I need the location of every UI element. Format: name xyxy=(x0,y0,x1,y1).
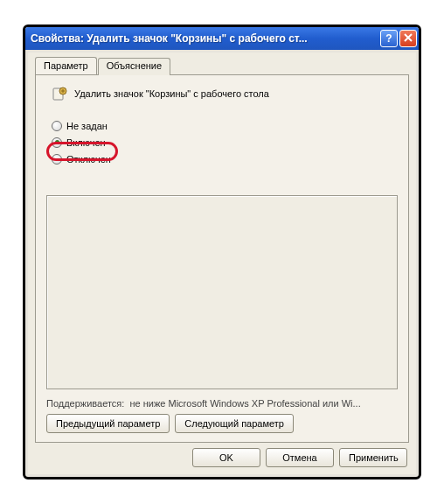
ok-button[interactable]: OK xyxy=(192,448,260,467)
radio-disabled[interactable]: Отключен xyxy=(52,150,408,167)
radio-label: Не задан xyxy=(66,121,108,131)
window-title: Свойства: Удалить значок "Корзины" с раб… xyxy=(31,32,378,45)
tab-parameter[interactable]: Параметр xyxy=(35,57,97,74)
dialog-body: Параметр Объяснение Удалить значок "Корз… xyxy=(28,52,416,474)
supported-line: Поддерживается: не ниже Microsoft Window… xyxy=(46,398,398,409)
tab-strip: Параметр Объяснение xyxy=(35,58,171,75)
supported-value: не ниже Microsoft Windows XP Professiona… xyxy=(130,398,361,409)
radio-label: Отключен xyxy=(66,154,111,164)
cancel-button[interactable]: Отмена xyxy=(266,448,334,467)
tab-explanation[interactable]: Объяснение xyxy=(98,58,170,75)
radio-label: Включен xyxy=(66,137,106,148)
policy-name: Удалить значок "Корзины" с рабочего стол… xyxy=(74,88,269,99)
tab-panel: Удалить значок "Корзины" с рабочего стол… xyxy=(35,74,409,443)
nav-buttons: Предыдущий параметр Следующий параметр xyxy=(46,414,294,433)
policy-header: Удалить значок "Корзины" с рабочего стол… xyxy=(52,86,408,102)
close-button[interactable] xyxy=(399,30,417,47)
help-button[interactable]: ? xyxy=(380,30,398,47)
close-icon xyxy=(404,32,413,45)
dialog-window: Свойства: Удалить значок "Корзины" с раб… xyxy=(23,24,421,480)
radio-icon xyxy=(52,121,62,131)
radio-enabled[interactable]: Включен xyxy=(52,134,408,150)
policy-icon xyxy=(52,86,67,102)
question-icon: ? xyxy=(385,32,392,45)
next-setting-button[interactable]: Следующий параметр xyxy=(175,414,294,433)
apply-button[interactable]: Применить xyxy=(339,448,407,467)
supported-label: Поддерживается: xyxy=(46,398,124,409)
radio-icon xyxy=(52,137,62,148)
dialog-buttons: OK Отмена Применить xyxy=(192,448,407,467)
radio-icon xyxy=(52,154,62,164)
prev-setting-button[interactable]: Предыдущий параметр xyxy=(46,414,170,433)
details-box xyxy=(46,195,398,389)
radio-group: Не задан Включен Отключен xyxy=(52,117,408,167)
titlebar[interactable]: Свойства: Удалить значок "Корзины" с раб… xyxy=(25,27,419,50)
radio-not-set[interactable]: Не задан xyxy=(52,117,408,134)
